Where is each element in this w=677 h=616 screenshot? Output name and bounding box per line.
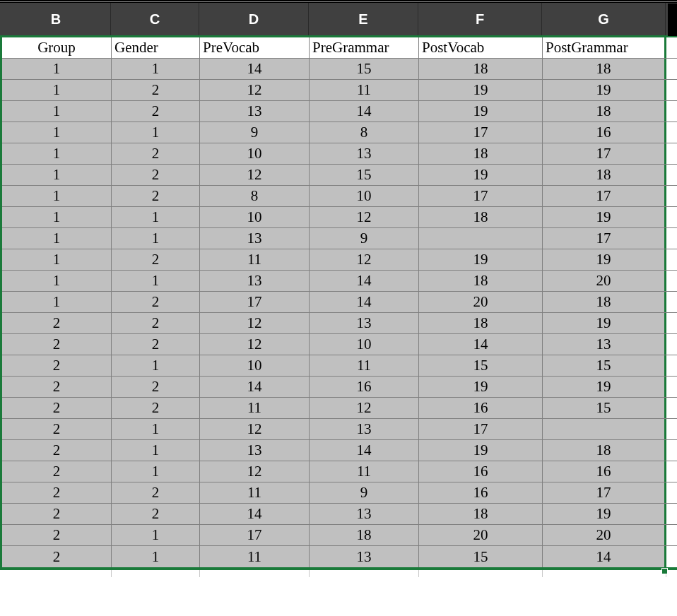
cell[interactable]: 10 [200, 143, 310, 164]
cell[interactable]: 20 [419, 292, 543, 312]
cell[interactable]: 1 [2, 101, 112, 122]
cell[interactable]: 17 [419, 186, 543, 206]
cell[interactable]: 1 [2, 122, 112, 143]
cell[interactable]: 8 [310, 122, 419, 143]
cell[interactable]: 2 [2, 546, 112, 567]
cell[interactable]: 14 [419, 334, 543, 355]
field-prevocab[interactable]: PreVocab [200, 37, 310, 58]
cell[interactable]: 2 [112, 504, 200, 524]
cell[interactable]: 13 [200, 440, 310, 461]
table-row[interactable]: 1210131817 [2, 143, 677, 165]
cell[interactable]: 13 [310, 504, 419, 524]
cell[interactable]: 13 [310, 419, 419, 439]
cell[interactable]: 14 [310, 440, 419, 461]
cell[interactable]: 2 [2, 355, 112, 376]
field-postvocab[interactable]: PostVocab [419, 37, 543, 58]
cell[interactable]: 1 [112, 419, 200, 439]
cell[interactable]: 13 [310, 546, 419, 567]
cell[interactable]: 1 [2, 271, 112, 291]
cell[interactable]: 12 [310, 207, 419, 227]
cell[interactable]: 2 [112, 482, 200, 503]
cell[interactable]: 2 [112, 398, 200, 418]
cell[interactable]: 16 [543, 122, 666, 143]
cell[interactable]: 13 [310, 313, 419, 333]
table-row[interactable]: 1213141918 [2, 101, 677, 122]
cell[interactable]: 12 [310, 398, 419, 418]
cell[interactable]: 18 [543, 101, 666, 122]
cell[interactable]: 18 [419, 504, 543, 524]
cell[interactable] [419, 228, 543, 249]
cell[interactable]: 1 [2, 228, 112, 249]
table-row[interactable]: 2110111515 [2, 355, 677, 377]
cell[interactable]: 18 [543, 59, 666, 79]
table-row[interactable]: 2111131514 [2, 546, 677, 567]
cell[interactable]: 19 [419, 377, 543, 397]
cell[interactable]: 17 [543, 228, 666, 249]
table-row[interactable]: 1113141820 [2, 271, 677, 292]
table-row[interactable]: 1212151918 [2, 165, 677, 186]
cell[interactable]: 18 [419, 271, 543, 291]
cell[interactable]: 15 [543, 355, 666, 376]
cell[interactable]: 1 [2, 59, 112, 79]
cell[interactable]: 14 [310, 292, 419, 312]
cell[interactable]: 14 [310, 101, 419, 122]
cell[interactable]: 19 [543, 504, 666, 524]
cell[interactable]: 2 [112, 377, 200, 397]
cell[interactable]: 1 [112, 228, 200, 249]
cell[interactable]: 9 [310, 482, 419, 503]
cell[interactable]: 10 [200, 207, 310, 227]
cell[interactable]: 2 [112, 101, 200, 122]
empty-cell[interactable] [419, 570, 543, 577]
selected-range[interactable]: Group Gender PreVocab PreGrammar PostVoc… [0, 35, 677, 570]
cell[interactable]: 17 [419, 122, 543, 143]
table-row[interactable]: 1217142018 [2, 292, 677, 313]
table-row[interactable]: 2212101413 [2, 334, 677, 355]
cell[interactable]: 14 [200, 504, 310, 524]
cell[interactable]: 14 [310, 271, 419, 291]
empty-cell[interactable] [200, 570, 310, 577]
cell[interactable]: 17 [419, 419, 543, 439]
column-header-D[interactable]: D [199, 3, 309, 35]
cell[interactable]: 19 [419, 80, 543, 100]
cell[interactable]: 11 [200, 546, 310, 567]
cell[interactable]: 17 [200, 525, 310, 545]
table-row[interactable]: 1114151818 [2, 59, 677, 80]
cell[interactable]: 12 [200, 165, 310, 185]
table-row[interactable]: 128101717 [2, 186, 677, 207]
cell[interactable]: 19 [543, 80, 666, 100]
table-row[interactable]: 11981716 [2, 122, 677, 143]
cell[interactable]: 1 [2, 143, 112, 164]
cell[interactable]: 18 [419, 207, 543, 227]
cell[interactable]: 16 [543, 461, 666, 482]
column-header-E[interactable]: E [309, 3, 418, 35]
cell[interactable]: 1 [112, 546, 200, 567]
cell[interactable]: 2 [2, 504, 112, 524]
cell[interactable]: 18 [543, 292, 666, 312]
cell[interactable]: 19 [543, 377, 666, 397]
column-header-F[interactable]: F [418, 3, 542, 35]
cell[interactable]: 11 [200, 398, 310, 418]
cell[interactable]: 16 [419, 461, 543, 482]
cell[interactable]: 11 [310, 80, 419, 100]
table-row[interactable]: 2214161919 [2, 377, 677, 398]
cell[interactable]: 18 [419, 143, 543, 164]
cell[interactable]: 20 [543, 525, 666, 545]
selection-fill-handle[interactable] [661, 568, 668, 574]
table-row[interactable]: 1211121919 [2, 249, 677, 271]
cell[interactable]: 9 [310, 228, 419, 249]
cell[interactable]: 2 [112, 165, 200, 185]
cell[interactable]: 19 [419, 249, 543, 270]
cell[interactable]: 15 [310, 165, 419, 185]
cell[interactable]: 9 [200, 122, 310, 143]
cell[interactable]: 17 [543, 143, 666, 164]
cell[interactable]: 13 [200, 228, 310, 249]
cell[interactable]: 15 [419, 355, 543, 376]
cell[interactable]: 1 [2, 80, 112, 100]
cell[interactable]: 20 [419, 525, 543, 545]
field-group[interactable]: Group [2, 37, 112, 58]
cell[interactable]: 18 [419, 313, 543, 333]
cell[interactable]: 13 [310, 143, 419, 164]
cell[interactable]: 17 [543, 482, 666, 503]
cell[interactable]: 2 [2, 313, 112, 333]
cell[interactable]: 13 [200, 271, 310, 291]
